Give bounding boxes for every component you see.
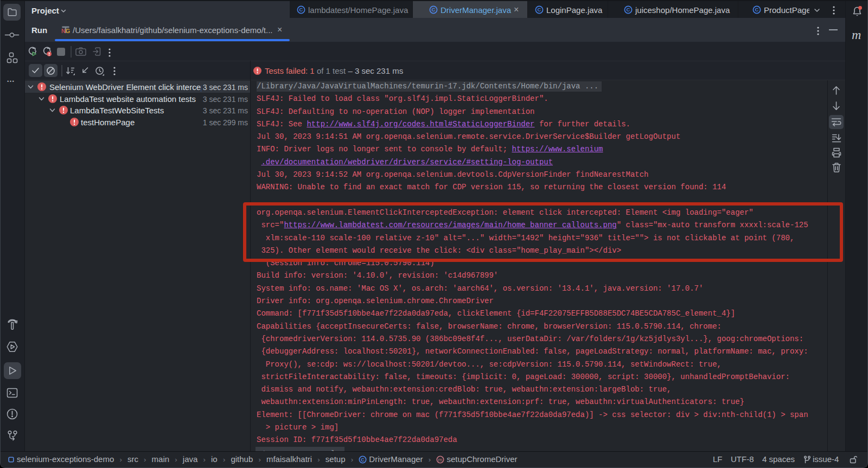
- svg-text:C: C: [755, 7, 759, 12]
- svg-text:C: C: [627, 7, 630, 12]
- svg-text:N: N: [61, 28, 66, 34]
- svg-text:C: C: [299, 7, 303, 12]
- svg-text:C: C: [432, 7, 436, 12]
- svg-text:G: G: [66, 28, 70, 34]
- svg-text:C: C: [538, 7, 541, 12]
- svg-text:m: m: [438, 457, 443, 463]
- svg-text:C: C: [361, 457, 365, 463]
